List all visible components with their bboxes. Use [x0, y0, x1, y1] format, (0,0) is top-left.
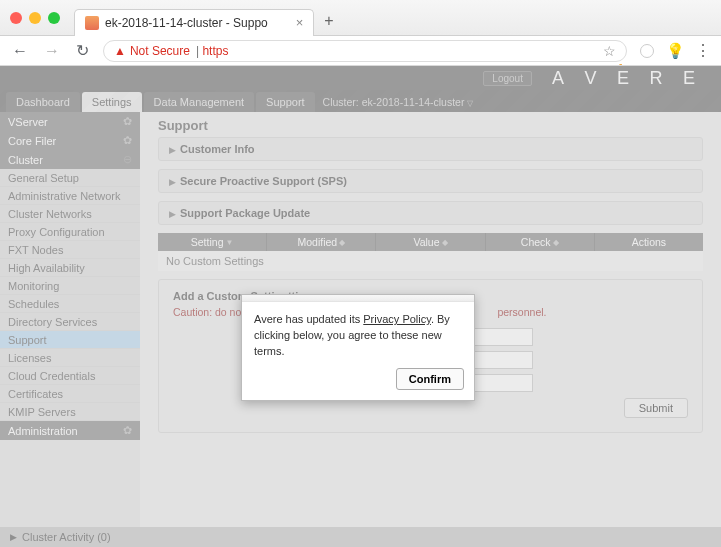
- back-button[interactable]: ←: [10, 40, 30, 62]
- confirm-button[interactable]: Confirm: [396, 368, 464, 390]
- maximize-window[interactable]: [48, 12, 60, 24]
- lightbulb-icon[interactable]: 💡: [667, 43, 683, 59]
- url-scheme: https: [202, 44, 228, 58]
- close-window[interactable]: [10, 12, 22, 24]
- app-viewport: Logout A V E R E Dashboard Settings Data…: [0, 66, 721, 547]
- modal-body: Avere has updated its Privacy Policy. By…: [242, 302, 474, 368]
- address-bar: ← → ↻ ▲ Not Secure | https ☆ 💡 ⋮: [0, 36, 721, 66]
- bookmark-star-icon[interactable]: ☆: [603, 43, 616, 59]
- url-field[interactable]: ▲ Not Secure | https ☆: [103, 40, 627, 62]
- new-tab-button[interactable]: +: [324, 12, 333, 30]
- close-tab-icon[interactable]: ×: [296, 15, 304, 30]
- user-icon: [640, 44, 654, 58]
- favicon: [85, 16, 99, 30]
- minimize-window[interactable]: [29, 12, 41, 24]
- warning-icon: ▲: [114, 44, 126, 58]
- extension-icon[interactable]: [639, 43, 655, 59]
- not-secure-label: Not Secure: [130, 44, 190, 58]
- privacy-policy-link[interactable]: Privacy Policy: [363, 313, 431, 325]
- tab-title: ek-2018-11-14-cluster - Suppo: [105, 16, 268, 30]
- modal-header: [242, 295, 474, 302]
- reload-button[interactable]: ↻: [74, 39, 91, 62]
- browser-tab[interactable]: ek-2018-11-14-cluster - Suppo ×: [74, 9, 314, 36]
- forward-button[interactable]: →: [42, 40, 62, 62]
- traffic-lights: [10, 12, 60, 24]
- privacy-modal: Avere has updated its Privacy Policy. By…: [241, 294, 475, 401]
- menu-dots-icon[interactable]: ⋮: [695, 43, 711, 59]
- window-chrome: ek-2018-11-14-cluster - Suppo × +: [0, 0, 721, 36]
